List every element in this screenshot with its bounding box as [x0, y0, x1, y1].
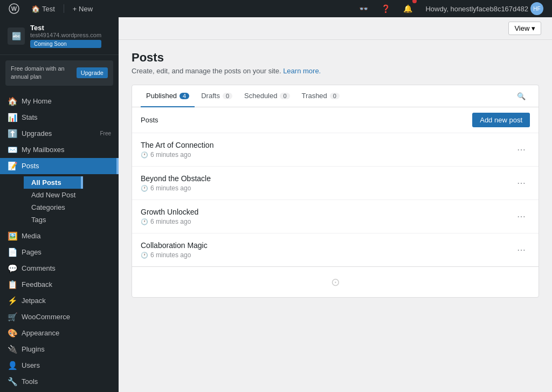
sidebar-item-posts[interactable]: 📝Posts	[0, 158, 119, 174]
search-posts-button[interactable]: 🔍	[513, 88, 530, 105]
upgrades-icon: ⬆️	[8, 129, 17, 139]
notification-dot	[412, 0, 417, 3]
clock-icon: 🕐	[141, 185, 148, 192]
post-meta-2: 🕐6 minutes ago	[141, 184, 211, 192]
my-mailboxes-icon: ✉️	[8, 145, 17, 155]
jetpack-icon: ⚡	[8, 296, 17, 306]
tab-scheduled[interactable]: Scheduled0	[239, 85, 295, 107]
sidebar-item-tools[interactable]: 🔧Tools	[0, 374, 119, 390]
post-more-button-4[interactable]: ⋯	[513, 243, 530, 257]
sidebar-item-label-feedback: Feedback	[22, 280, 111, 288]
post-title-1: The Art of Connection	[141, 141, 213, 149]
post-time-3: 6 minutes ago	[150, 218, 191, 225]
post-actions-4: ⋯	[513, 243, 530, 257]
feedback-icon: 📋	[8, 280, 17, 290]
sidebar-item-label-appearance: Appearance	[22, 329, 111, 337]
posts-container: Published4Drafts0Scheduled0Trashed0🔍 Pos…	[132, 85, 539, 298]
table-row[interactable]: Growth Unlocked🕐6 minutes ago⋯	[132, 200, 539, 233]
posts-list: The Art of Connection🕐6 minutes ago⋯Beyo…	[132, 133, 539, 266]
post-info-2: Beyond the Obstacle🕐6 minutes ago	[141, 174, 211, 192]
table-row[interactable]: The Art of Connection🕐6 minutes ago⋯	[132, 133, 539, 167]
svg-text:W: W	[11, 5, 17, 12]
sidebar-item-label-my-mailboxes: My Mailboxes	[22, 146, 111, 154]
tab-drafts[interactable]: Drafts0	[196, 85, 238, 107]
sidebar-item-comments[interactable]: 💬Comments	[0, 260, 119, 277]
coming-soon-badge[interactable]: Coming Soon	[30, 40, 101, 48]
sidebar-item-plugins[interactable]: 🔌Plugins	[0, 341, 119, 357]
appearance-icon: 🎨	[8, 328, 17, 338]
sidebar-item-stats[interactable]: 📊Stats	[0, 109, 119, 126]
submenu-item-categories[interactable]: Categories	[24, 201, 83, 214]
sidebar-item-my-mailboxes[interactable]: ✉️My Mailboxes	[0, 142, 119, 158]
posts-icon: 📝	[8, 161, 17, 171]
post-meta-1: 🕐6 minutes ago	[141, 151, 213, 159]
tab-trashed[interactable]: Trashed0	[296, 85, 345, 107]
tab-published[interactable]: Published4	[141, 85, 195, 107]
sidebar-item-my-home[interactable]: 🏠My Home	[0, 93, 119, 109]
tools-icon: 🔧	[8, 377, 17, 387]
admin-bar-separator	[64, 4, 64, 13]
tab-count-trashed: 0	[330, 93, 340, 99]
submenu-item-all-posts[interactable]: All Posts	[24, 176, 83, 189]
submenu-item-add-new-post[interactable]: Add New Post	[24, 189, 83, 201]
admin-bar-help[interactable]: ❓	[378, 0, 394, 17]
sidebar-item-label-upgrades: Upgrades	[22, 129, 95, 137]
post-more-button-1[interactable]: ⋯	[513, 142, 530, 157]
learn-more-link[interactable]: Learn more.	[283, 67, 321, 75]
post-time-4: 6 minutes ago	[150, 251, 191, 259]
tab-count-published: 4	[180, 93, 189, 99]
sidebar-item-settings[interactable]: ⚙️Settings	[0, 390, 119, 392]
submenu-item-tags[interactable]: Tags	[24, 214, 83, 226]
post-info-1: The Art of Connection🕐6 minutes ago	[141, 141, 213, 159]
plugins-icon: 🔌	[8, 345, 17, 354]
admin-bar-new[interactable]: + New	[70, 0, 96, 17]
admin-bar-reader[interactable]: 👓	[356, 0, 371, 17]
sidebar-item-users[interactable]: 👤Users	[0, 357, 119, 374]
my-home-icon: 🏠	[8, 97, 17, 106]
post-more-button-3[interactable]: ⋯	[513, 209, 530, 224]
admin-bar-test-site[interactable]: 🏠 Test	[28, 0, 58, 17]
table-row[interactable]: Collaboration Magic🕐6 minutes ago⋯	[132, 233, 539, 266]
admin-bar-notifications[interactable]: 🔔	[400, 0, 416, 17]
sidebar-item-media[interactable]: 🖼️Media	[0, 228, 119, 244]
users-icon: 👤	[8, 361, 17, 370]
sidebar-item-upgrades[interactable]: ⬆️UpgradesFree	[0, 126, 119, 142]
post-title-4: Collaboration Magic	[141, 241, 208, 250]
sidebar-item-label-users: Users	[22, 361, 111, 369]
sidebar-item-feedback[interactable]: 📋Feedback	[0, 277, 119, 293]
view-button[interactable]: View ▾	[508, 22, 541, 35]
sidebar-item-appearance[interactable]: 🎨Appearance	[0, 325, 119, 341]
post-meta-4: 🕐6 minutes ago	[141, 251, 208, 259]
reader-icon: 👓	[359, 4, 368, 13]
main-content: View ▾ Posts Create, edit, and manage th…	[119, 17, 552, 392]
post-actions-3: ⋯	[513, 209, 530, 224]
sidebar-item-woocommerce[interactable]: 🛒WooCommerce	[0, 309, 119, 325]
clock-icon: 🕐	[141, 252, 148, 259]
sidebar-badge-upgrades: Free	[100, 130, 111, 136]
pages-icon: 📄	[8, 247, 17, 257]
wp-logo-link[interactable]: W	[5, 0, 23, 17]
admin-bar-howdy[interactable]: Howdy, honestlyfaceb8c167d482 HF	[422, 0, 547, 17]
post-info-3: Growth Unlocked🕐6 minutes ago	[141, 208, 198, 225]
posts-submenu: All PostsAdd New PostCategoriesTags	[0, 174, 83, 228]
clock-icon: 🕐	[141, 218, 148, 225]
sidebar-item-label-plugins: Plugins	[22, 345, 111, 353]
tab-label-trashed: Trashed	[302, 92, 327, 100]
post-title-3: Growth Unlocked	[141, 208, 198, 216]
sidebar-item-pages[interactable]: 📄Pages	[0, 244, 119, 260]
site-name: Test	[30, 24, 101, 32]
sidebar-item-label-media: Media	[22, 232, 111, 240]
tab-label-published: Published	[146, 92, 177, 100]
woocommerce-icon: 🛒	[8, 312, 17, 322]
post-meta-3: 🕐6 minutes ago	[141, 218, 198, 225]
sidebar-item-jetpack[interactable]: ⚡Jetpack	[0, 293, 119, 309]
post-more-button-2[interactable]: ⋯	[513, 176, 530, 190]
upgrade-button[interactable]: Upgrade	[77, 67, 108, 78]
site-avatar: 🔤	[8, 27, 25, 45]
table-row[interactable]: Beyond the Obstacle🕐6 minutes ago⋯	[132, 167, 539, 200]
sidebar: 🔤 Test test491474.wordpress.com Coming S…	[0, 17, 119, 392]
tabs-bar: Published4Drafts0Scheduled0Trashed0🔍	[132, 85, 539, 107]
view-bar: View ▾	[119, 17, 552, 40]
add-new-post-button[interactable]: Add new post	[472, 113, 530, 127]
sidebar-item-label-comments: Comments	[22, 264, 111, 272]
